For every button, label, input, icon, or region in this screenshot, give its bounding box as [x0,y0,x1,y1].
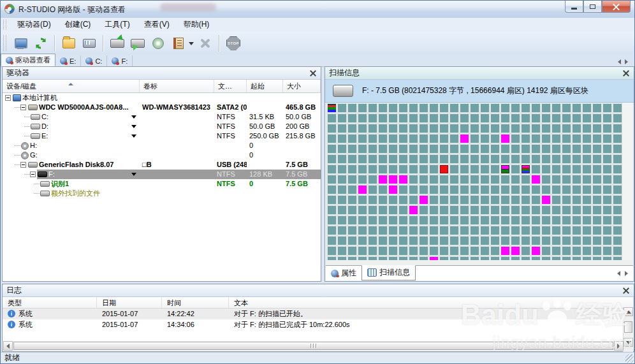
scan-block [532,124,540,133]
tree-row[interactable]: G:0 [3,150,321,160]
log-dropdown-icon[interactable] [189,42,194,48]
toolbar-gripper[interactable] [3,20,6,29]
stop-scan-button[interactable]: STOP [224,34,243,53]
menu-tools[interactable]: 工具(T) [98,18,136,31]
volume-dropdown-icon[interactable] [131,125,136,131]
recover-button[interactable] [128,34,147,53]
disc-button[interactable] [149,34,168,53]
scan-block [511,175,520,184]
column-type[interactable]: 类型 [3,297,97,308]
scan-block [358,114,367,122]
menu-create[interactable]: 创建(C) [58,18,98,31]
volume-dropdown-icon[interactable] [131,135,136,140]
scan-grid[interactable] [326,103,623,260]
scan-block [593,216,601,224]
scan-block [603,104,611,112]
tab-f[interactable]: F: [107,55,133,66]
scan-panel-close-icon[interactable] [622,69,630,77]
column-text[interactable]: 文本 [229,297,634,308]
bottom-tab-scroll-right-icon[interactable] [625,271,628,276]
scan-block [583,175,591,184]
scan-block [471,186,479,194]
menu-view[interactable]: 查看(V) [137,18,177,31]
minimize-button[interactable] [565,1,583,13]
column-label[interactable]: 卷标 [140,80,214,92]
tab-scan-info[interactable]: 扫描信息 [361,265,416,280]
tab-properties[interactable]: 属性 [326,266,361,280]
bottom-tab-scroll-buttons [617,271,633,276]
tree-cell-vol [140,112,214,122]
log-row[interactable]: i系统2015-01-0714:22:42对于 F: 的扫描已开始。 [3,309,634,319]
drives-panel-close-icon[interactable] [309,69,317,77]
tree-row[interactable]: 额外找到的文件 [3,189,321,198]
scan-block [399,145,407,153]
scan-block [552,104,560,112]
tree-cell-fs: NTFS [214,179,247,189]
minimize-icon [571,8,577,10]
tree-row[interactable]: 识别1NTFS07.5 GB [3,179,321,189]
scroll-down-button[interactable] [624,338,633,347]
maximize-button[interactable] [583,1,602,13]
scan-block [542,175,550,184]
close-tab-button[interactable] [196,34,215,53]
collapse-icon[interactable] [20,162,26,168]
tab-e[interactable]: E: [55,55,81,66]
scroll-up-button[interactable] [624,307,633,316]
menu-help[interactable]: 帮助(H) [177,18,217,31]
column-start[interactable]: 起始 [247,80,283,92]
create-image-button[interactable] [80,34,99,53]
tree-row[interactable]: H:0 [3,141,321,150]
column-date[interactable]: 日期 [97,297,162,308]
collapse-icon[interactable] [20,105,26,110]
menu-drive[interactable]: 驱动器(D) [10,18,58,31]
log-journal-button[interactable] [169,34,188,53]
collapse-icon[interactable] [5,95,11,101]
column-size[interactable]: 大小 [283,80,321,92]
vertical-scroll-thumb[interactable] [624,321,632,333]
toolbar-gripper-2[interactable] [3,35,6,52]
collapse-icon[interactable] [30,171,36,177]
scan-button[interactable] [108,34,127,53]
close-button[interactable] [602,1,631,13]
scroll-left-button[interactable] [3,341,13,351]
scan-block [522,104,530,112]
volume-dropdown-icon[interactable] [131,115,136,121]
column-device[interactable]: 设备/磁盘 [3,80,140,92]
tab-c[interactable]: C: [81,55,107,66]
tab-scroll-left-icon[interactable] [618,59,621,64]
horizontal-scroll-thumb[interactable] [13,342,613,350]
scan-grid-scrollbar-track[interactable] [622,103,632,260]
tree-row[interactable]: C:NTFS31.5 KB50.0 GB [3,112,321,122]
scan-block [440,124,448,133]
refresh-button[interactable] [31,34,50,53]
disc-icon [152,38,164,49]
column-fs[interactable]: 文… [214,80,247,92]
scan-grid-viewport [326,103,624,260]
tab-scroll-right-icon[interactable] [625,59,628,64]
bottom-tab-scroll-left-icon[interactable] [617,271,620,276]
scan-block [328,196,336,204]
volume-dropdown-icon[interactable] [131,173,136,178]
log-panel-close-icon[interactable] [622,287,630,295]
connect-computer-button[interactable] [11,34,30,53]
scan-block [460,247,469,255]
log-row[interactable]: i系统2015-01-0714:34:06对于 F: 的扫描已完成于 10m:2… [3,319,634,330]
tree-row[interactable]: E:NTFS250.0 GB215.8 GB [3,131,321,141]
tree-row[interactable]: D:NTFS50.0 GB200 GB [3,122,321,131]
log-horizontal-scrollbar[interactable] [3,341,624,351]
tree-cell-vol: □B [140,160,214,170]
tree-row[interactable]: F:NTFS128 KB7.5 GB [3,170,321,179]
tab-label: F: [121,57,128,65]
scan-block [450,124,458,133]
tree-row[interactable]: WDC WD5000AAJS-00A8...WD-WMASY3681423SAT… [3,103,321,112]
log-vertical-scrollbar[interactable] [623,307,633,353]
titlebar[interactable]: R-STUDIO 网络版 - 驱动器查看 [1,1,634,18]
scroll-right-button[interactable] [614,341,624,351]
tab-drive-view[interactable]: 驱动器查看 [1,54,55,66]
column-time[interactable]: 时间 [162,297,229,308]
open-image-button[interactable] [59,34,78,53]
tree-row[interactable]: GenericFlash Disk8.07□BUSB (248:228)7.5 … [3,160,321,170]
resize-grip[interactable] [625,354,634,363]
tree-row[interactable]: 本地计算机 [3,93,321,103]
scan-block [573,165,581,173]
